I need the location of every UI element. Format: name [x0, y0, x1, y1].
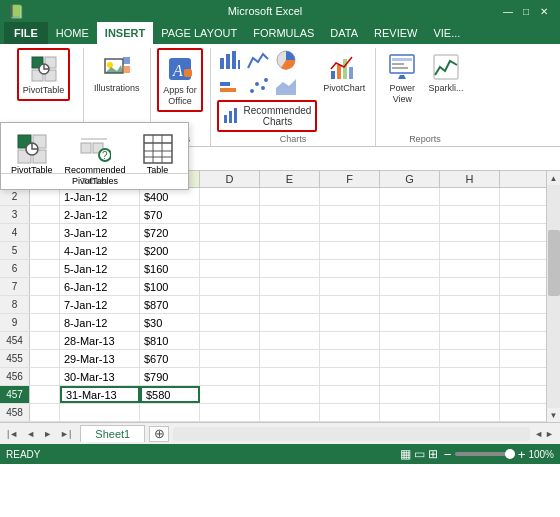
tab-review[interactable]: REVIEW — [366, 22, 425, 44]
cell-e7[interactable] — [260, 278, 320, 295]
cell-h458[interactable] — [440, 404, 500, 421]
illustrations-button[interactable]: Illustrations — [90, 48, 144, 97]
cell-g7[interactable] — [380, 278, 440, 295]
cell-f454[interactable] — [320, 332, 380, 349]
power-view-button[interactable]: PowerView — [382, 48, 422, 108]
cell-f457[interactable] — [320, 386, 380, 403]
apps-for-office-button[interactable]: A Apps forOffice — [157, 48, 203, 112]
cell-h9[interactable] — [440, 314, 500, 331]
cell-a3[interactable] — [30, 206, 60, 223]
cell-c6[interactable]: $160 — [140, 260, 200, 277]
cell-g6[interactable] — [380, 260, 440, 277]
cell-b3[interactable]: 2-Jan-12 — [60, 206, 140, 223]
cell-c458[interactable] — [140, 404, 200, 421]
cell-a456[interactable] — [30, 368, 60, 385]
cell-g457[interactable] — [380, 386, 440, 403]
cell-a6[interactable] — [30, 260, 60, 277]
cell-f8[interactable] — [320, 296, 380, 313]
cell-f2[interactable] — [320, 188, 380, 205]
cell-e6[interactable] — [260, 260, 320, 277]
cell-g454[interactable] — [380, 332, 440, 349]
cell-a7[interactable] — [30, 278, 60, 295]
cell-b4[interactable]: 3-Jan-12 — [60, 224, 140, 241]
area-chart-button[interactable] — [273, 74, 299, 98]
cell-b8[interactable]: 7-Jan-12 — [60, 296, 140, 313]
scroll-thumb[interactable] — [548, 230, 560, 297]
cell-b9[interactable]: 8-Jan-12 — [60, 314, 140, 331]
cell-h456[interactable] — [440, 368, 500, 385]
cell-h2[interactable] — [440, 188, 500, 205]
zoom-slider[interactable] — [455, 452, 515, 456]
cell-a5[interactable] — [30, 242, 60, 259]
cell-g458[interactable] — [380, 404, 440, 421]
cell-e454[interactable] — [260, 332, 320, 349]
cell-e8[interactable] — [260, 296, 320, 313]
cell-h3[interactable] — [440, 206, 500, 223]
cell-f6[interactable] — [320, 260, 380, 277]
cell-d6[interactable] — [200, 260, 260, 277]
cell-a454[interactable] — [30, 332, 60, 349]
sheet-nav-first[interactable]: |◄ — [4, 428, 21, 440]
cell-e456[interactable] — [260, 368, 320, 385]
cell-e9[interactable] — [260, 314, 320, 331]
sheet-nav-prev[interactable]: ◄ — [23, 428, 38, 440]
cell-f9[interactable] — [320, 314, 380, 331]
cell-c7[interactable]: $100 — [140, 278, 200, 295]
scroll-left-button[interactable]: ◄ — [534, 429, 543, 439]
cell-c4[interactable]: $720 — [140, 224, 200, 241]
cell-h455[interactable] — [440, 350, 500, 367]
cell-c2[interactable]: $400 — [140, 188, 200, 205]
cell-f456[interactable] — [320, 368, 380, 385]
cell-b454[interactable]: 28-Mar-13 — [60, 332, 140, 349]
cell-a9[interactable] — [30, 314, 60, 331]
cell-b7[interactable]: 6-Jan-12 — [60, 278, 140, 295]
normal-view-button[interactable]: ▦ — [400, 447, 411, 461]
cell-g2[interactable] — [380, 188, 440, 205]
cell-h6[interactable] — [440, 260, 500, 277]
tab-pagelayout[interactable]: PAGE LAYOUT — [153, 22, 245, 44]
cell-d457[interactable] — [200, 386, 260, 403]
tab-formulas[interactable]: FORMULAS — [245, 22, 322, 44]
cell-h454[interactable] — [440, 332, 500, 349]
cell-g455[interactable] — [380, 350, 440, 367]
cell-a2[interactable] — [30, 188, 60, 205]
add-sheet-button[interactable]: ⊕ — [149, 426, 169, 442]
cell-g5[interactable] — [380, 242, 440, 259]
cell-h4[interactable] — [440, 224, 500, 241]
cell-e5[interactable] — [260, 242, 320, 259]
cell-d2[interactable] — [200, 188, 260, 205]
dropdown-table[interactable]: Table — [132, 127, 184, 177]
close-button[interactable]: ✕ — [536, 4, 552, 18]
zoom-out-button[interactable]: − — [444, 447, 452, 462]
cell-c457[interactable]: $580 — [140, 386, 200, 403]
scroll-track[interactable] — [547, 185, 561, 408]
sparklines-button[interactable]: Sparkli... — [424, 48, 467, 97]
dropdown-pivottable[interactable]: PivotTable — [5, 127, 59, 177]
cell-d3[interactable] — [200, 206, 260, 223]
vertical-scrollbar[interactable]: ▲ ▼ — [546, 171, 560, 422]
cell-f5[interactable] — [320, 242, 380, 259]
tab-home[interactable]: HOME — [48, 22, 97, 44]
cell-b6[interactable]: 5-Jan-12 — [60, 260, 140, 277]
cell-f458[interactable] — [320, 404, 380, 421]
cell-a4[interactable] — [30, 224, 60, 241]
cell-c5[interactable]: $200 — [140, 242, 200, 259]
cell-d454[interactable] — [200, 332, 260, 349]
cell-c9[interactable]: $30 — [140, 314, 200, 331]
zoom-in-button[interactable]: + — [518, 447, 526, 462]
recommended-charts-button[interactable]: RecommendedCharts — [217, 100, 318, 132]
scroll-down-button[interactable]: ▼ — [547, 408, 561, 422]
pivottable-button[interactable]: PivotTable — [17, 48, 71, 101]
page-break-view-button[interactable]: ⊞ — [428, 447, 438, 461]
sheet-tab-sheet1[interactable]: Sheet1 — [80, 425, 145, 442]
cell-d9[interactable] — [200, 314, 260, 331]
tab-data[interactable]: DATA — [322, 22, 366, 44]
cell-c3[interactable]: $70 — [140, 206, 200, 223]
bar-chart2-button[interactable] — [217, 74, 243, 98]
cell-h7[interactable] — [440, 278, 500, 295]
bar-chart-button[interactable] — [217, 48, 243, 72]
cell-f7[interactable] — [320, 278, 380, 295]
cell-d8[interactable] — [200, 296, 260, 313]
cell-e457[interactable] — [260, 386, 320, 403]
restore-button[interactable]: □ — [518, 4, 534, 18]
